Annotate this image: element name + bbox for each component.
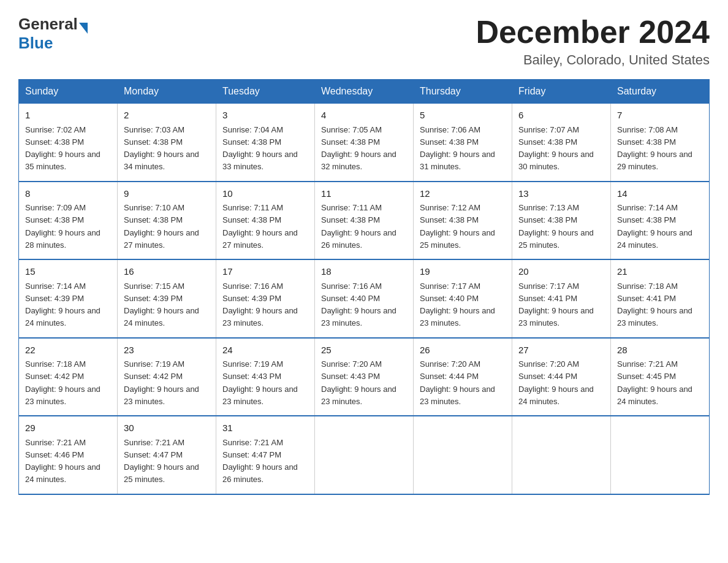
day-info: Sunrise: 7:12 AMSunset: 4:38 PMDaylight:… [420,203,495,250]
calendar-cell: 7Sunrise: 7:08 AMSunset: 4:38 PMDaylight… [611,104,710,182]
day-info: Sunrise: 7:20 AMSunset: 4:44 PMDaylight:… [518,359,594,406]
col-header-monday: Monday [118,80,216,104]
calendar-cell: 21Sunrise: 7:18 AMSunset: 4:41 PMDayligh… [611,259,710,338]
calendar-cell: 13Sunrise: 7:13 AMSunset: 4:38 PMDayligh… [512,182,611,260]
calendar-cell: 20Sunrise: 7:17 AMSunset: 4:41 PMDayligh… [512,259,611,338]
calendar-cell: 29Sunrise: 7:21 AMSunset: 4:46 PMDayligh… [19,416,118,494]
day-info: Sunrise: 7:11 AMSunset: 4:38 PMDaylight:… [222,203,298,250]
day-info: Sunrise: 7:15 AMSunset: 4:39 PMDaylight:… [124,282,199,328]
day-info: Sunrise: 7:06 AMSunset: 4:38 PMDaylight:… [420,125,495,172]
day-number: 10 [222,187,308,201]
day-number: 15 [25,265,111,279]
day-number: 25 [321,343,407,358]
calendar-cell: 12Sunrise: 7:12 AMSunset: 4:38 PMDayligh… [414,182,512,260]
day-number: 30 [124,421,210,435]
day-info: Sunrise: 7:18 AMSunset: 4:42 PMDaylight:… [25,359,100,406]
day-number: 27 [518,343,604,358]
calendar-cell: 4Sunrise: 7:05 AMSunset: 4:38 PMDaylight… [315,104,414,182]
calendar-cell: 23Sunrise: 7:19 AMSunset: 4:42 PMDayligh… [118,338,216,416]
day-info: Sunrise: 7:14 AMSunset: 4:38 PMDaylight:… [617,203,692,250]
day-info: Sunrise: 7:10 AMSunset: 4:38 PMDaylight:… [124,203,199,250]
calendar-cell: 3Sunrise: 7:04 AMSunset: 4:38 PMDaylight… [216,104,315,182]
calendar-cell: 2Sunrise: 7:03 AMSunset: 4:38 PMDaylight… [118,104,216,182]
day-number: 13 [518,187,604,201]
day-info: Sunrise: 7:20 AMSunset: 4:44 PMDaylight:… [420,359,495,406]
calendar-cell: 31Sunrise: 7:21 AMSunset: 4:47 PMDayligh… [216,416,315,494]
calendar-cell: 10Sunrise: 7:11 AMSunset: 4:38 PMDayligh… [216,182,315,260]
calendar-cell: 14Sunrise: 7:14 AMSunset: 4:38 PMDayligh… [611,182,710,260]
calendar-cell: 1Sunrise: 7:02 AMSunset: 4:38 PMDaylight… [19,104,118,182]
day-number: 3 [222,109,308,123]
logo-arrow-icon [79,23,88,34]
day-number: 20 [518,265,604,279]
day-number: 26 [420,343,506,358]
calendar-cell: 15Sunrise: 7:14 AMSunset: 4:39 PMDayligh… [19,259,118,338]
day-number: 23 [124,343,210,358]
day-info: Sunrise: 7:16 AMSunset: 4:39 PMDaylight:… [222,282,298,328]
calendar-title-area: December 2024 Bailey, Colorado, United S… [476,15,710,68]
calendar-cell: 27Sunrise: 7:20 AMSunset: 4:44 PMDayligh… [512,338,611,416]
day-number: 11 [321,187,407,201]
day-number: 31 [222,421,308,435]
day-number: 8 [25,187,111,201]
page-header: General Blue December 2024 Bailey, Color… [18,15,710,68]
calendar-cell: 11Sunrise: 7:11 AMSunset: 4:38 PMDayligh… [315,182,414,260]
col-header-wednesday: Wednesday [315,80,414,104]
day-number: 9 [124,187,210,201]
calendar-cell: 18Sunrise: 7:16 AMSunset: 4:40 PMDayligh… [315,259,414,338]
day-number: 7 [617,109,703,123]
day-info: Sunrise: 7:14 AMSunset: 4:39 PMDaylight:… [25,282,100,328]
day-number: 21 [617,265,703,279]
calendar-cell [414,416,512,494]
calendar-week-row: 8Sunrise: 7:09 AMSunset: 4:38 PMDaylight… [19,182,710,260]
day-number: 1 [25,109,111,123]
day-number: 17 [222,265,308,279]
calendar-week-row: 22Sunrise: 7:18 AMSunset: 4:42 PMDayligh… [19,338,710,416]
day-info: Sunrise: 7:05 AMSunset: 4:38 PMDaylight:… [321,125,396,172]
logo-general-text: General [18,15,78,34]
calendar-cell: 24Sunrise: 7:19 AMSunset: 4:43 PMDayligh… [216,338,315,416]
day-info: Sunrise: 7:21 AMSunset: 4:45 PMDaylight:… [617,359,692,406]
day-info: Sunrise: 7:18 AMSunset: 4:41 PMDaylight:… [617,282,692,328]
day-info: Sunrise: 7:20 AMSunset: 4:43 PMDaylight:… [321,359,396,406]
col-header-tuesday: Tuesday [216,80,315,104]
day-info: Sunrise: 7:17 AMSunset: 4:40 PMDaylight:… [420,282,495,328]
day-number: 4 [321,109,407,123]
day-number: 16 [124,265,210,279]
day-number: 12 [420,187,506,201]
calendar-cell: 16Sunrise: 7:15 AMSunset: 4:39 PMDayligh… [118,259,216,338]
calendar-cell: 9Sunrise: 7:10 AMSunset: 4:38 PMDaylight… [118,182,216,260]
day-number: 2 [124,109,210,123]
calendar-cell [315,416,414,494]
day-number: 18 [321,265,407,279]
day-info: Sunrise: 7:21 AMSunset: 4:47 PMDaylight:… [222,438,298,484]
day-number: 14 [617,187,703,201]
calendar-week-row: 15Sunrise: 7:14 AMSunset: 4:39 PMDayligh… [19,259,710,338]
calendar-cell: 25Sunrise: 7:20 AMSunset: 4:43 PMDayligh… [315,338,414,416]
logo-blue-text: Blue [18,34,53,53]
calendar-cell: 5Sunrise: 7:06 AMSunset: 4:38 PMDaylight… [414,104,512,182]
calendar-cell [611,416,710,494]
day-info: Sunrise: 7:02 AMSunset: 4:38 PMDaylight:… [25,125,100,172]
day-info: Sunrise: 7:21 AMSunset: 4:47 PMDaylight:… [124,438,199,484]
calendar-cell: 26Sunrise: 7:20 AMSunset: 4:44 PMDayligh… [414,338,512,416]
day-info: Sunrise: 7:08 AMSunset: 4:38 PMDaylight:… [617,125,692,172]
day-info: Sunrise: 7:04 AMSunset: 4:38 PMDaylight:… [222,125,298,172]
day-info: Sunrise: 7:19 AMSunset: 4:43 PMDaylight:… [222,359,298,406]
calendar-week-row: 29Sunrise: 7:21 AMSunset: 4:46 PMDayligh… [19,416,710,494]
day-number: 28 [617,343,703,358]
calendar-cell: 17Sunrise: 7:16 AMSunset: 4:39 PMDayligh… [216,259,315,338]
day-info: Sunrise: 7:17 AMSunset: 4:41 PMDaylight:… [518,282,594,328]
day-info: Sunrise: 7:07 AMSunset: 4:38 PMDaylight:… [518,125,594,172]
calendar-cell: 22Sunrise: 7:18 AMSunset: 4:42 PMDayligh… [19,338,118,416]
day-number: 5 [420,109,506,123]
location-title: Bailey, Colorado, United States [476,52,710,68]
col-header-thursday: Thursday [414,80,512,104]
calendar-table: SundayMondayTuesdayWednesdayThursdayFrid… [18,79,710,495]
day-info: Sunrise: 7:09 AMSunset: 4:38 PMDaylight:… [25,203,100,250]
col-header-saturday: Saturday [611,80,710,104]
day-number: 19 [420,265,506,279]
col-header-sunday: Sunday [19,80,118,104]
day-info: Sunrise: 7:16 AMSunset: 4:40 PMDaylight:… [321,282,396,328]
calendar-cell: 30Sunrise: 7:21 AMSunset: 4:47 PMDayligh… [118,416,216,494]
